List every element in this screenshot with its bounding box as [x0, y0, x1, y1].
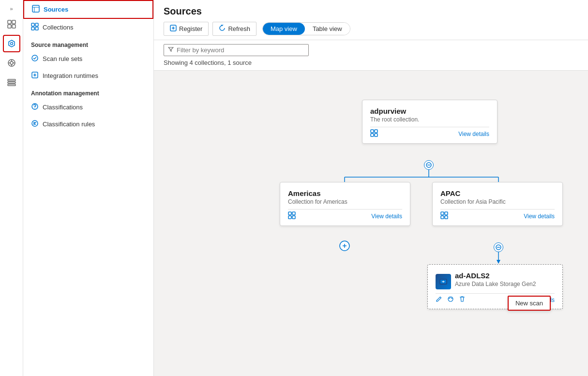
filter-input-wrap: [164, 44, 309, 56]
sidebar-item-sources[interactable]: Sources: [23, 0, 153, 19]
svg-rect-17: [31, 23, 34, 26]
sidebar-sources-label: Sources: [44, 6, 68, 13]
svg-rect-50: [292, 216, 295, 219]
collapse-root-button[interactable]: [424, 160, 434, 170]
apac-collection-card: APAC Collection for Asia Pacific View de…: [432, 182, 563, 226]
table-view-button[interactable]: Table view: [305, 23, 350, 35]
source-management-section: Source management: [23, 36, 153, 50]
source-card-inner: ad-ADLS2 Azure Data Lake Storage Gen2: [436, 271, 555, 304]
svg-point-36: [340, 241, 349, 251]
root-card-subtitle: The root collection.: [370, 116, 489, 123]
delete-icon[interactable]: [459, 296, 466, 304]
root-grid-icon: [370, 129, 378, 138]
sidebar-item-classifications[interactable]: Classifications: [23, 99, 153, 116]
main-content: Sources Register Refresh: [154, 0, 588, 376]
root-card-divider: [370, 127, 489, 127]
sidebar-item-classification-rules[interactable]: Classification rules: [23, 116, 153, 133]
americas-grid-icon: [288, 211, 296, 221]
sidebar: Sources Collections Source management Sc…: [23, 0, 154, 376]
collapse-rail-btn[interactable]: »: [3, 4, 20, 14]
toolbar: Register Refresh Map view Table view: [164, 22, 578, 36]
integration-runtimes-icon: [31, 71, 39, 80]
classification-rules-icon: [31, 120, 39, 129]
apac-card-subtitle: Collection for Asia Pacific: [440, 198, 555, 205]
management-nav-item[interactable]: [3, 74, 20, 91]
root-card-footer: View details: [370, 129, 489, 138]
svg-rect-54: [445, 216, 448, 219]
refresh-icon: [219, 25, 226, 33]
map-area: adpurview The root collection. View deta…: [154, 71, 588, 376]
svg-rect-12: [8, 82, 15, 83]
refresh-button[interactable]: Refresh: [212, 22, 256, 36]
filter-icon: [168, 46, 174, 54]
classifications-icon: [31, 103, 39, 112]
root-collection-card: adpurview The root collection. View deta…: [362, 100, 498, 144]
apac-view-details-link[interactable]: View details: [524, 213, 555, 220]
filter-input[interactable]: [177, 46, 304, 54]
new-scan-popup[interactable]: New scan: [508, 296, 551, 311]
sidebar-item-collections[interactable]: Collections: [23, 19, 153, 36]
filter-bar: Showing 4 collections, 1 source: [154, 40, 588, 71]
edit-icon[interactable]: [436, 296, 442, 304]
svg-rect-44: [375, 130, 377, 133]
svg-rect-18: [35, 23, 38, 26]
home-nav-item[interactable]: [3, 15, 20, 33]
source-card-subtitle: Azure Data Lake Storage Gen2: [455, 281, 536, 287]
svg-point-4: [10, 43, 13, 45]
svg-rect-46: [375, 134, 377, 136]
svg-rect-14: [32, 5, 39, 12]
sidebar-classification-rules-label: Classification rules: [43, 120, 95, 128]
svg-marker-35: [497, 260, 500, 264]
svg-rect-0: [8, 20, 11, 24]
apac-card-divider: [440, 209, 555, 210]
svg-rect-13: [8, 84, 15, 86]
americas-card-footer: View details: [288, 211, 402, 221]
svg-rect-20: [35, 27, 38, 30]
source-header: ad-ADLS2 Azure Data Lake Storage Gen2: [436, 271, 555, 291]
sidebar-item-integration-runtimes[interactable]: Integration runtimes: [23, 67, 153, 84]
adls2-icon: [436, 274, 451, 289]
svg-rect-48: [292, 212, 295, 215]
svg-rect-53: [441, 216, 444, 219]
source-count: Showing 4 collections, 1 source: [164, 59, 578, 66]
sidebar-item-scan-rule-sets[interactable]: Scan rule sets: [23, 50, 153, 67]
view-toggle: Map view Table view: [262, 22, 350, 35]
svg-point-24: [34, 108, 35, 109]
register-label: Register: [179, 25, 202, 32]
americas-card-subtitle: Collection for Americas: [288, 198, 402, 205]
scan-rule-sets-icon: [31, 54, 39, 63]
insights-nav-item[interactable]: [3, 54, 20, 72]
source-card-divider: [436, 293, 555, 294]
main-header: Sources Register Refresh: [154, 0, 588, 40]
sources-icon: [32, 5, 40, 14]
svg-point-6: [10, 61, 13, 64]
americas-collection-card: Americas Collection for Americas View de…: [280, 182, 410, 226]
source-title-wrap: ad-ADLS2 Azure Data Lake Storage Gen2: [455, 271, 536, 291]
sidebar-collections-label: Collections: [43, 24, 74, 31]
svg-rect-51: [441, 212, 444, 215]
sidebar-integration-runtimes-label: Integration runtimes: [43, 72, 98, 79]
svg-rect-3: [12, 25, 15, 28]
apac-card-footer: View details: [440, 211, 555, 221]
americas-card-title: Americas: [288, 189, 402, 197]
svg-rect-49: [288, 216, 291, 219]
sidebar-scan-rule-sets-label: Scan rule sets: [43, 55, 82, 62]
source-card-adls2: ad-ADLS2 Azure Data Lake Storage Gen2: [427, 264, 563, 309]
map-view-button[interactable]: Map view: [263, 23, 305, 35]
action-icons: [436, 296, 466, 304]
catalog-nav-item[interactable]: [3, 35, 20, 52]
svg-rect-47: [288, 212, 291, 215]
page-title: Sources: [164, 6, 578, 17]
apac-card-title: APAC: [440, 189, 555, 197]
americas-card-divider: [288, 209, 402, 210]
collapse-apac-button[interactable]: [494, 242, 503, 252]
refresh-label: Refresh: [228, 25, 250, 32]
register-button[interactable]: Register: [164, 22, 209, 36]
svg-rect-11: [8, 79, 15, 81]
svg-rect-2: [8, 25, 11, 28]
annotation-management-section: Annotation management: [23, 84, 153, 99]
apac-grid-icon: [440, 211, 448, 221]
scan-icon[interactable]: [447, 296, 454, 304]
root-view-details-link[interactable]: View details: [458, 131, 489, 137]
americas-view-details-link[interactable]: View details: [371, 213, 402, 220]
